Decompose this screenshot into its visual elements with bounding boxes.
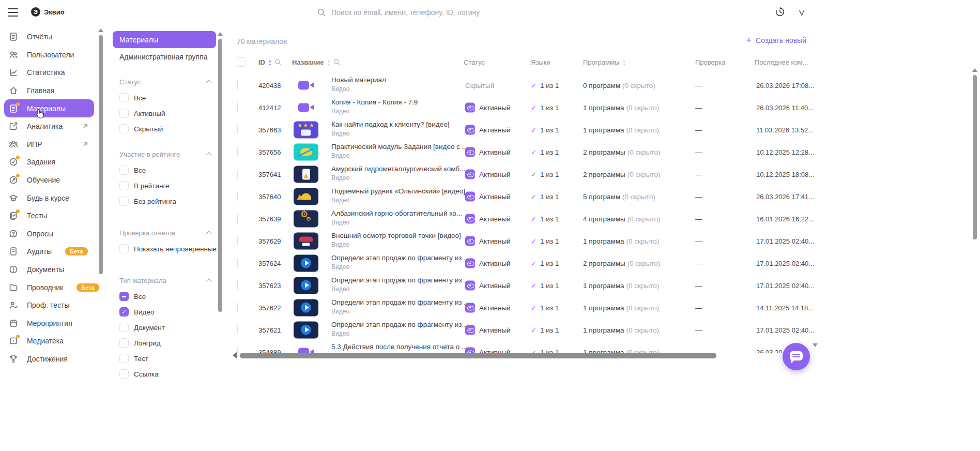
filter-option[interactable]: Все: [113, 289, 216, 304]
scroll-up-arrow[interactable]: [218, 32, 223, 36]
filter-option[interactable]: Все: [113, 90, 216, 106]
table-row[interactable]: 357639 Албазинский горно-обогатительный …: [227, 207, 980, 230]
checkbox[interactable]: [119, 197, 129, 206]
filter-option[interactable]: Документ: [113, 320, 216, 335]
sidebar-item-materials[interactable]: Материалы: [4, 99, 94, 117]
scrollbar-thumb[interactable]: [99, 35, 103, 274]
table-row[interactable]: 357641 Амурский гидрометаллургический ко…: [227, 163, 980, 185]
sidebar-item-tests[interactable]: Тесты: [4, 207, 94, 225]
sort-icon[interactable]: [327, 58, 330, 66]
table-row[interactable]: 357663 Как найти подход к клиенту? [виде…: [227, 118, 980, 141]
row-checkbox[interactable]: [237, 125, 238, 134]
table-row[interactable]: 354889 5.3 Действия после получения отче…: [227, 341, 980, 353]
checkbox[interactable]: [119, 244, 129, 253]
history-icon[interactable]: [774, 6, 786, 19]
sidebar-item-home[interactable]: Главная: [4, 82, 94, 100]
sidebar-item-events[interactable]: Мероприятия: [4, 314, 94, 333]
sidebar-item-analytics[interactable]: Аналитика: [4, 117, 94, 136]
column-search-icon[interactable]: [333, 59, 340, 66]
checkbox[interactable]: [119, 292, 129, 301]
sidebar-item-users[interactable]: Пользователи: [4, 46, 94, 64]
sidebar-item-ipr[interactable]: ИПР: [4, 136, 94, 154]
row-checkbox[interactable]: [237, 303, 238, 312]
checkbox[interactable]: [119, 124, 129, 133]
sidebar-item-polls[interactable]: Опросы: [4, 225, 94, 243]
sidebar-item-reports[interactable]: Отчёты: [4, 28, 94, 46]
table-row[interactable]: 420438 Новый материал Видео Скрытый 1 из…: [227, 74, 980, 96]
filter-tab-materials[interactable]: Материалы: [113, 31, 216, 48]
sort-icon[interactable]: [622, 58, 625, 66]
user-avatar[interactable]: V: [799, 8, 804, 17]
row-checkbox[interactable]: [237, 169, 238, 179]
sidebar-item-explorer[interactable]: Проводник Бета: [4, 278, 94, 296]
column-header-name[interactable]: Название: [292, 58, 340, 66]
row-checkbox[interactable]: [237, 147, 238, 157]
scroll-left-arrow[interactable]: [233, 352, 237, 358]
table-row[interactable]: 412412 Копия - Копия - Копия - 7.9 Видео…: [227, 96, 980, 118]
row-checkbox[interactable]: [237, 236, 238, 246]
scrollbar-thumb[interactable]: [218, 39, 222, 312]
sidebar-item-news[interactable]: Будь в курсе: [4, 189, 94, 207]
filter-option[interactable]: Все: [113, 162, 216, 178]
sidebar-item-achievements[interactable]: Достижения: [4, 350, 94, 368]
section-header[interactable]: Тип материала: [113, 275, 216, 285]
support-chat-button[interactable]: [783, 343, 810, 370]
filter-tab-admin-group[interactable]: Административная группа: [113, 48, 216, 65]
checkbox[interactable]: [119, 93, 129, 102]
search-input[interactable]: [330, 8, 553, 17]
checkbox[interactable]: [119, 369, 129, 379]
sidebar-item-prof-tests[interactable]: Проф. тесты: [4, 296, 94, 314]
table-row[interactable]: 357640 Подземный рудник «Ольгинский» [ви…: [227, 185, 980, 207]
checkbox[interactable]: [119, 307, 129, 317]
sidebar-item-tasks[interactable]: Задания: [4, 153, 94, 171]
section-header[interactable]: Статус: [113, 77, 216, 87]
row-checkbox[interactable]: [237, 191, 238, 201]
row-checkbox[interactable]: [237, 258, 238, 268]
table-scrollbar[interactable]: [972, 68, 977, 239]
table-row[interactable]: 357656 Практический модуль Задания [виде…: [227, 141, 980, 163]
table-row[interactable]: 357624 Определи этап продаж по фрагменту…: [227, 252, 980, 274]
checkbox[interactable]: [119, 323, 129, 332]
scroll-up-arrow[interactable]: [972, 68, 977, 72]
table-row[interactable]: 357629 Внешний осмотр торговой точки [ви…: [227, 230, 980, 252]
column-search-icon[interactable]: [274, 59, 281, 66]
horizontal-scrollbar[interactable]: [233, 352, 716, 358]
checkbox[interactable]: [119, 354, 129, 363]
hamburger-menu-button[interactable]: [7, 7, 19, 18]
filter-option[interactable]: Скрытый: [113, 121, 216, 137]
scroll-up-arrow[interactable]: [98, 28, 103, 32]
column-header-id[interactable]: ID: [258, 58, 281, 66]
scrollbar-thumb[interactable]: [240, 353, 716, 358]
filter-option[interactable]: Лонгрид: [113, 335, 216, 351]
filter-option[interactable]: Ссылка: [113, 366, 216, 382]
sidebar-item-audits[interactable]: Аудиты Бета: [4, 243, 94, 261]
scroll-down-arrow[interactable]: [813, 343, 818, 347]
filter-option[interactable]: Без рейтинга: [113, 193, 216, 209]
column-header-programs[interactable]: Программы: [583, 58, 626, 66]
sidebar-item-statistics[interactable]: Статистика: [4, 64, 94, 82]
filter-option[interactable]: Тест: [113, 351, 216, 366]
scrollbar-thumb[interactable]: [973, 75, 977, 239]
table-row[interactable]: 357621 Определи этап продаж по фрагменту…: [227, 319, 980, 341]
sort-icon[interactable]: [268, 58, 271, 66]
select-all-checkbox[interactable]: [237, 57, 246, 67]
filter-scrollbar[interactable]: [218, 32, 223, 312]
sidebar-item-learning[interactable]: Обучение: [4, 171, 94, 189]
checkbox[interactable]: [119, 338, 129, 348]
filter-option[interactable]: В рейтинге: [113, 178, 216, 193]
row-checkbox[interactable]: [237, 80, 238, 90]
sidebar-item-media[interactable]: Медиатека: [4, 332, 94, 350]
sidebar-scrollbar[interactable]: [98, 28, 103, 274]
row-checkbox[interactable]: [237, 280, 238, 290]
row-checkbox[interactable]: [237, 102, 238, 112]
create-new-button[interactable]: + Создать новый: [746, 36, 806, 44]
table-row[interactable]: 357623 Определи этап продаж по фрагменту…: [227, 274, 980, 296]
filter-option[interactable]: Показать непроверенные: [113, 241, 216, 257]
filter-option[interactable]: Видео: [113, 304, 216, 320]
row-checkbox[interactable]: [237, 325, 238, 335]
row-checkbox[interactable]: [237, 214, 238, 223]
section-header[interactable]: Проверка ответов: [113, 228, 216, 238]
checkbox[interactable]: [119, 166, 129, 175]
section-header[interactable]: Участие в рейтинге: [113, 149, 216, 159]
table-row[interactable]: 357622 Определи этап продаж по фрагменту…: [227, 296, 980, 319]
